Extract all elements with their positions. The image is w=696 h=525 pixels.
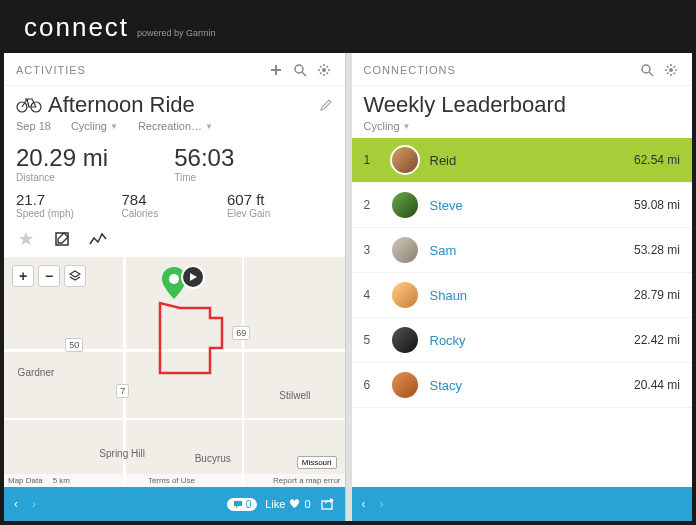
search-icon[interactable] <box>638 61 656 79</box>
svg-point-0 <box>295 65 303 73</box>
activity-subtype-dropdown[interactable]: Recreation…▼ <box>138 120 213 132</box>
map-attribution: Map Data 5 km Terms of Use Report a map … <box>4 474 345 487</box>
avatar <box>390 235 420 265</box>
chevron-down-icon: ▼ <box>403 122 411 131</box>
city-bucyrus: Bucyrus <box>195 453 231 464</box>
leaderboard-value: 22.42 mi <box>634 333 680 347</box>
activities-footer: ‹ › 0 Like0 <box>4 487 345 521</box>
stat-distance: 20.29 mi Distance <box>16 144 174 183</box>
zoom-in-button[interactable]: + <box>12 265 34 287</box>
activity-type-dropdown[interactable]: Cycling▼ <box>71 120 118 132</box>
activity-meta-row: Sep 18 Cycling▼ Recreation…▼ <box>4 120 345 140</box>
chevron-down-icon: ▼ <box>205 122 213 131</box>
leaderboard-rank: 6 <box>364 378 380 392</box>
play-button[interactable] <box>181 265 205 289</box>
layers-button[interactable] <box>64 265 86 287</box>
leaderboard-value: 28.79 mi <box>634 288 680 302</box>
leaderboard-filter[interactable]: Cycling▼ <box>352 120 693 138</box>
note-icon[interactable] <box>52 229 72 249</box>
leaderboard-row[interactable]: 1Reid62.54 mi <box>352 138 693 183</box>
leaderboard-rank: 5 <box>364 333 380 347</box>
next-button[interactable]: › <box>380 497 392 511</box>
activities-panel-head: ACTIVITIES <box>4 53 345 86</box>
city-gardner: Gardner <box>18 367 55 378</box>
leaderboard-row[interactable]: 4Shaun28.79 mi <box>352 273 693 318</box>
zoom-out-button[interactable]: − <box>38 265 60 287</box>
avatar <box>390 145 420 175</box>
leaderboard-name[interactable]: Stacy <box>430 378 634 393</box>
prev-button[interactable]: ‹ <box>14 497 26 511</box>
tagline: powered by Garmin <box>137 28 216 38</box>
activity-actions <box>4 223 345 257</box>
share-icon[interactable] <box>321 498 335 510</box>
search-icon[interactable] <box>291 61 309 79</box>
avatar <box>390 190 420 220</box>
leaderboard-row[interactable]: 6Stacy20.44 mi <box>352 363 693 408</box>
add-icon[interactable] <box>267 61 285 79</box>
activity-date: Sep 18 <box>16 120 51 132</box>
activity-title: Afternoon Ride <box>48 92 319 118</box>
leaderboard-rank: 2 <box>364 198 380 212</box>
app-window: connect powered by Garmin ACTIVITIES Aft… <box>0 0 696 525</box>
primary-stats: 20.29 mi Distance 56:03 Time <box>4 140 345 187</box>
like-button[interactable]: Like0 <box>265 498 310 510</box>
stat-calories: 784 Calories <box>122 191 228 219</box>
bike-icon <box>16 95 42 115</box>
map-data-label: Map Data <box>8 476 43 485</box>
map-controls: + − <box>12 265 86 287</box>
prev-button[interactable]: ‹ <box>362 497 374 511</box>
activities-panel: ACTIVITIES Afternoon Ride Sep 18 Cycling… <box>4 53 346 521</box>
connections-footer: ‹ › <box>352 487 693 521</box>
city-spring-hill: Spring Hill <box>99 448 145 459</box>
state-tag: Missouri <box>297 456 337 469</box>
comment-count[interactable]: 0 <box>227 498 258 511</box>
map-report[interactable]: Report a map error <box>273 476 341 485</box>
avatar <box>390 280 420 310</box>
panels-container: ACTIVITIES Afternoon Ride Sep 18 Cycling… <box>4 53 692 521</box>
connections-panel-title: CONNECTIONS <box>364 64 633 76</box>
road-shield-50: 50 <box>65 338 83 352</box>
leaderboard-name[interactable]: Reid <box>430 153 634 168</box>
svg-point-1 <box>322 68 326 72</box>
svg-point-7 <box>642 65 650 73</box>
avatar <box>390 370 420 400</box>
route-path <box>140 298 250 408</box>
leaderboard-name[interactable]: Steve <box>430 198 634 213</box>
activity-title-row: Afternoon Ride <box>4 86 345 120</box>
city-stilwell: Stilwell <box>279 390 310 401</box>
stat-speed: 21.7 Speed (mph) <box>16 191 122 219</box>
gear-icon[interactable] <box>662 61 680 79</box>
leaderboard-value: 59.08 mi <box>634 198 680 212</box>
leaderboard-value: 20.44 mi <box>634 378 680 392</box>
svg-point-5 <box>169 274 179 284</box>
gear-icon[interactable] <box>315 61 333 79</box>
star-icon[interactable] <box>16 229 36 249</box>
map[interactable]: 50 7 69 Gardner Spring Hill Stilwell Buc… <box>4 257 345 487</box>
activities-panel-title: ACTIVITIES <box>16 64 261 76</box>
secondary-stats: 21.7 Speed (mph) 784 Calories 607 ft Ele… <box>4 187 345 223</box>
edit-icon[interactable] <box>319 98 333 112</box>
leaderboard-row[interactable]: 5Rocky22.42 mi <box>352 318 693 363</box>
leaderboard-rank: 1 <box>364 153 380 167</box>
map-scale: 5 km <box>53 476 70 485</box>
avatar <box>390 325 420 355</box>
leaderboard-value: 53.28 mi <box>634 243 680 257</box>
stat-elev: 607 ft Elev Gain <box>227 191 333 219</box>
logo: connect <box>24 12 129 43</box>
next-button[interactable]: › <box>32 497 44 511</box>
leaderboard-rank: 3 <box>364 243 380 257</box>
connections-panel-head: CONNECTIONS <box>352 53 693 86</box>
svg-point-8 <box>669 68 673 72</box>
leaderboard-list: 1Reid62.54 mi2Steve59.08 mi3Sam53.28 mi4… <box>352 138 693 487</box>
chart-icon[interactable] <box>88 229 108 249</box>
connections-panel: CONNECTIONS Weekly Leaderboard Cycling▼ … <box>352 53 693 521</box>
leaderboard-value: 62.54 mi <box>634 153 680 167</box>
leaderboard-rank: 4 <box>364 288 380 302</box>
map-terms[interactable]: Terms of Use <box>80 476 263 485</box>
leaderboard-row[interactable]: 3Sam53.28 mi <box>352 228 693 273</box>
leaderboard-name[interactable]: Shaun <box>430 288 634 303</box>
leaderboard-row[interactable]: 2Steve59.08 mi <box>352 183 693 228</box>
leaderboard-name[interactable]: Rocky <box>430 333 634 348</box>
road-shield-7: 7 <box>116 384 129 398</box>
leaderboard-name[interactable]: Sam <box>430 243 634 258</box>
